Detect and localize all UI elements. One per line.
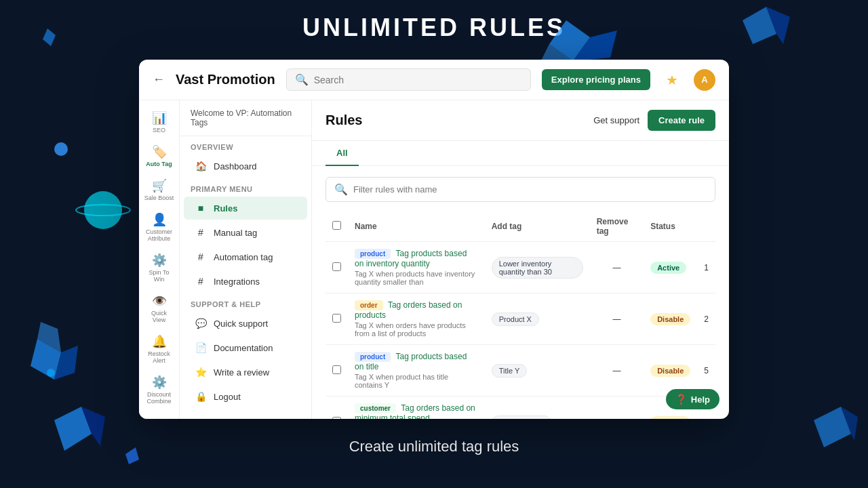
table-row: product Tag products based on title Tag … bbox=[326, 345, 715, 396]
filter-input[interactable] bbox=[353, 184, 707, 195]
nav-seo-label: SEO bbox=[153, 127, 165, 134]
svg-marker-6 bbox=[54, 346, 78, 380]
favorites-button[interactable]: ★ bbox=[661, 69, 683, 91]
discount-icon: ⚙️ bbox=[152, 375, 167, 390]
header-actions: Get support Create rule bbox=[593, 110, 715, 131]
main-layout: 📊 SEO 🏷️ Auto Tag 🛒 Sale Boost 👤 Custome… bbox=[139, 100, 729, 419]
row-checkbox[interactable] bbox=[332, 417, 341, 420]
create-rule-button[interactable]: Create rule bbox=[648, 110, 715, 131]
quick-support-icon: 💬 bbox=[195, 318, 207, 329]
svg-marker-11 bbox=[814, 407, 851, 447]
help-button[interactable]: ❓ Help bbox=[666, 389, 719, 409]
filter-bar: 🔍 bbox=[326, 177, 715, 202]
add-tag-cell: Total spend Y bbox=[485, 396, 590, 420]
table-row: order Tag orders based on products Tag X… bbox=[326, 293, 715, 345]
sidebar-welcome: Welcome to VP: Automation Tags bbox=[180, 100, 311, 136]
back-button[interactable]: ← bbox=[153, 73, 165, 87]
rule-type-badge: product bbox=[355, 352, 391, 362]
app-title: Vast Promotion bbox=[176, 72, 275, 87]
sidebar-item-review[interactable]: ⭐ Write a review bbox=[184, 361, 307, 384]
content-header: Rules Get support Create rule bbox=[312, 100, 729, 141]
coupon-icon: 🎟️ bbox=[152, 415, 167, 419]
rule-description: Tag X when orders have products from a l… bbox=[355, 321, 478, 338]
app-container: ← Vast Promotion 🔍 Explore pricing plans… bbox=[139, 60, 729, 419]
table-row: product Tag products based on inventory … bbox=[326, 242, 715, 293]
sidebar-item-quick-support[interactable]: 💬 Quick support bbox=[184, 312, 307, 335]
explore-pricing-button[interactable]: Explore pricing plans bbox=[542, 69, 650, 90]
nav-spin-label: Spin To Win bbox=[144, 269, 174, 283]
sidebar-documentation-label: Documentation bbox=[214, 343, 273, 353]
nav-icon-quickview[interactable]: 👁️ Quick View bbox=[142, 289, 177, 328]
rule-description: Tag X when products have inventory quant… bbox=[355, 270, 478, 286]
sidebar-rules-label: Rules bbox=[214, 203, 237, 214]
support-section-title: SUPPORT & HELP bbox=[180, 293, 311, 311]
rule-type-badge: customer bbox=[355, 403, 396, 413]
remove-tag-cell: — bbox=[590, 293, 644, 345]
user-avatar[interactable]: A bbox=[694, 69, 715, 91]
row-checkbox[interactable] bbox=[332, 262, 341, 271]
svg-marker-15 bbox=[125, 447, 139, 464]
nav-autotag-label: Auto Tag bbox=[146, 161, 172, 167]
add-tag-pill: Lower inventory quantity than 30 bbox=[492, 257, 583, 279]
nav-icon-discount[interactable]: ⚙️ Discount Combine bbox=[142, 370, 177, 409]
sidebar-item-manual-tag[interactable]: # Manual tag bbox=[184, 221, 307, 244]
nav-icon-restock[interactable]: 🔔 Restock Alert bbox=[142, 329, 177, 369]
row-checkbox[interactable] bbox=[332, 365, 341, 374]
get-support-button[interactable]: Get support bbox=[593, 115, 639, 125]
nav-icon-saleboost[interactable]: 🛒 Sale Boost bbox=[142, 174, 177, 206]
sidebar-item-dashboard[interactable]: 🏠 Dashboard bbox=[184, 155, 307, 178]
restock-icon: 🔔 bbox=[152, 334, 167, 349]
sidebar-automation-tag-label: Automation tag bbox=[214, 252, 273, 262]
col-name: Name bbox=[348, 211, 485, 242]
tab-all[interactable]: All bbox=[326, 141, 359, 166]
select-all-checkbox[interactable] bbox=[332, 221, 341, 230]
tabs: All bbox=[312, 141, 729, 166]
rule-name-cell: order Tag orders based on products Tag X… bbox=[348, 293, 485, 345]
sidebar-manual-tag-label: Manual tag bbox=[214, 228, 257, 238]
overview-section-title: OVERVIEW bbox=[180, 136, 311, 154]
search-icon: 🔍 bbox=[295, 73, 309, 86]
nav-icon-coupon[interactable]: 🎟️ Coupon Generator bbox=[142, 411, 177, 419]
saleboost-icon: 🛒 bbox=[152, 178, 167, 193]
nav-customer-label: Customer Attribute bbox=[144, 228, 174, 242]
svg-marker-14 bbox=[81, 407, 105, 446]
sidebar-item-automation-tag[interactable]: # Automation tag bbox=[184, 245, 307, 268]
status-badge: Disable bbox=[650, 365, 690, 377]
svg-point-10 bbox=[76, 205, 130, 216]
content-area: Rules Get support Create rule All 🔍 bbox=[312, 100, 729, 419]
content-title: Rules bbox=[326, 113, 362, 128]
top-bar: ← Vast Promotion 🔍 Explore pricing plans… bbox=[139, 60, 729, 100]
review-icon: ⭐ bbox=[195, 367, 207, 378]
customer-icon: 👤 bbox=[152, 212, 167, 227]
search-bar: 🔍 bbox=[286, 68, 531, 91]
nav-icon-spin[interactable]: ⚙️ Spin To Win bbox=[142, 248, 177, 287]
add-tag-cell: Title Y bbox=[485, 345, 590, 396]
sidebar-item-integrations[interactable]: # Integrations bbox=[184, 270, 307, 293]
svg-point-16 bbox=[47, 369, 55, 377]
nav-icon-customer[interactable]: 👤 Customer Attribute bbox=[142, 207, 177, 247]
sidebar-dashboard-label: Dashboard bbox=[214, 161, 257, 171]
quickview-icon: 👁️ bbox=[152, 293, 167, 308]
rule-name-cell: product Tag products based on title Tag … bbox=[348, 345, 485, 396]
nav-restock-label: Restock Alert bbox=[144, 350, 174, 364]
help-label: Help bbox=[691, 394, 710, 405]
nav-discount-label: Discount Combine bbox=[144, 391, 174, 405]
sidebar-item-rules[interactable]: ■ Rules bbox=[184, 197, 307, 220]
primary-section-title: PRIMARY MENU bbox=[180, 178, 311, 196]
add-tag-cell: Lower inventory quantity than 30 bbox=[485, 242, 590, 293]
page-bg-subtitle: Create unlimited tag rules bbox=[349, 438, 519, 455]
nav-icon-autotag[interactable]: 🏷️ Auto Tag bbox=[142, 140, 177, 172]
sidebar-item-documentation[interactable]: 📄 Documentation bbox=[184, 336, 307, 359]
row-checkbox[interactable] bbox=[332, 314, 341, 323]
seo-icon: 📊 bbox=[152, 110, 167, 125]
svg-marker-12 bbox=[841, 407, 858, 441]
row-num-cell: 1 bbox=[697, 242, 715, 293]
add-tag-pill: Title Y bbox=[492, 364, 528, 378]
rules-icon: ■ bbox=[195, 203, 207, 214]
sidebar-item-logout[interactable]: 🔒 Logout bbox=[184, 385, 307, 408]
rule-name-cell: product Tag products based on inventory … bbox=[348, 242, 485, 293]
svg-marker-4 bbox=[766, 7, 790, 44]
integrations-icon: # bbox=[195, 276, 207, 287]
search-input[interactable] bbox=[314, 75, 522, 85]
nav-icon-seo[interactable]: 📊 SEO bbox=[142, 106, 177, 138]
